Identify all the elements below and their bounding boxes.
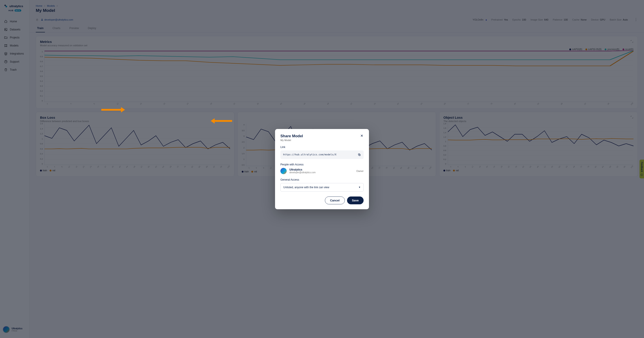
access-row: Ultralytics developer@ultralytics.com Ow… — [280, 168, 364, 174]
modal-subtitle: My Model — [280, 139, 303, 142]
person-email: developer@ultralytics.com — [289, 171, 354, 174]
share-link: https://hub.ultralytics.com/models/X — [283, 153, 336, 156]
cancel-button[interactable]: Cancel — [325, 196, 345, 204]
people-section-label: People with Access — [280, 163, 364, 166]
person-avatar — [280, 168, 287, 174]
close-icon[interactable] — [360, 134, 364, 138]
save-button[interactable]: Save — [347, 196, 364, 204]
modal-title: Share Model — [280, 134, 303, 138]
access-selected-text: Unlisted, anyone with the link can view — [283, 186, 329, 189]
share-modal: Share Model My Model Link https://hub.ul… — [275, 129, 369, 209]
link-box: https://hub.ultralytics.com/models/X — [280, 150, 364, 159]
access-select[interactable]: Unlisted, anyone with the link can view … — [280, 183, 364, 192]
person-role: Owner — [356, 170, 364, 172]
chevron-down-icon: ▼ — [358, 186, 361, 188]
copy-icon[interactable] — [358, 153, 361, 156]
link-section-label: Link — [280, 146, 364, 149]
general-section-label: General Access — [280, 178, 364, 181]
modal-overlay[interactable]: Share Model My Model Link https://hub.ul… — [0, 0, 644, 338]
person-name: Ultralytics — [289, 168, 354, 171]
